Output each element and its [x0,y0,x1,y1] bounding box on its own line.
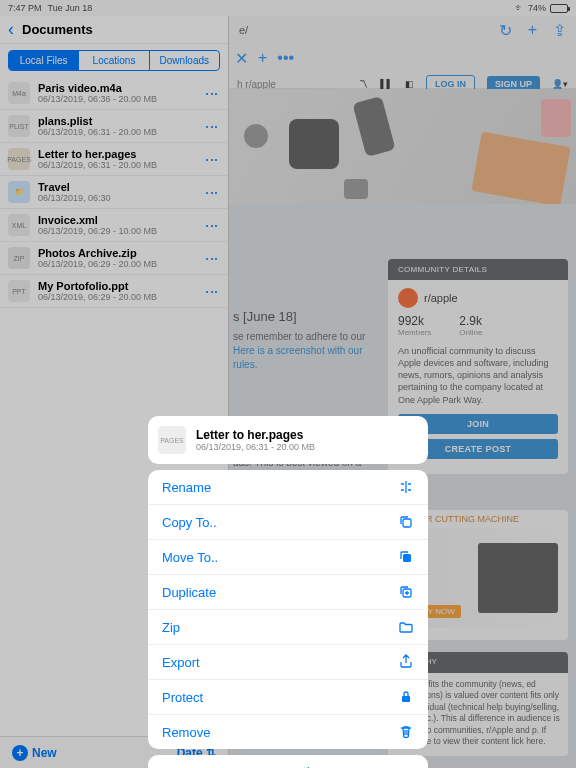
file-row[interactable]: PPTMy Portofolio.ppt06/13/2019, 06:29 - … [0,275,228,308]
file-row[interactable]: 📁Travel06/13/2019, 06:30⋮ [0,176,228,209]
action-sheet: PAGES Letter to her.pages 06/13/2019, 06… [148,416,428,768]
folder-icon [398,619,414,635]
zip-action[interactable]: Zip [148,610,428,645]
action-list: Rename Copy To.. Move To.. Duplicate Zip… [148,470,428,749]
file-icon: PAGES [158,426,186,454]
file-list: M4aParis video.m4a06/13/2019, 06:36 - 20… [0,77,228,308]
file-icon: ZIP [8,247,30,269]
lock-icon [398,689,414,705]
folder-icon: 📁 [8,181,30,203]
svg-rect-1 [403,554,411,562]
more-icon[interactable]: ⋮ [204,252,220,264]
back-icon[interactable]: ‹ [8,19,14,40]
more-icon[interactable]: ⋮ [204,87,220,99]
move-icon [398,549,414,565]
rename-action[interactable]: Rename [148,470,428,505]
more-icon[interactable]: ⋮ [204,153,220,165]
svg-rect-0 [403,519,411,527]
move-action[interactable]: Move To.. [148,540,428,575]
copy-icon [398,514,414,530]
more-icon[interactable]: ⋮ [204,120,220,132]
panel-title: Documents [22,22,93,37]
svg-rect-3 [402,696,410,702]
file-row[interactable]: PAGESLetter to her.pages06/13/2019, 06:3… [0,143,228,176]
file-icon: PLIST [8,115,30,137]
rename-icon [398,479,414,495]
file-icon: PAGES [8,148,30,170]
file-icon: XML [8,214,30,236]
protect-action[interactable]: Protect [148,680,428,715]
cancel-button[interactable]: Cancel [148,755,428,768]
file-row[interactable]: ZIPPhotos Archive.zip06/13/2019, 06:29 -… [0,242,228,275]
file-row[interactable]: PLISTplans.plist06/13/2019, 06:31 - 20.0… [0,110,228,143]
file-row[interactable]: M4aParis video.m4a06/13/2019, 06:36 - 20… [0,77,228,110]
tab-downloads[interactable]: Downloads [149,51,219,70]
tab-locations[interactable]: Locations [78,51,148,70]
file-icon: PPT [8,280,30,302]
new-button[interactable]: +New [12,745,57,761]
file-row[interactable]: XMLInvoice.xml06/13/2019, 06:29 - 10.00 … [0,209,228,242]
sheet-header: PAGES Letter to her.pages 06/13/2019, 06… [148,416,428,464]
copy-action[interactable]: Copy To.. [148,505,428,540]
export-action[interactable]: Export [148,645,428,680]
export-icon [398,654,414,670]
more-icon[interactable]: ⋮ [204,186,220,198]
duplicate-action[interactable]: Duplicate [148,575,428,610]
file-icon: M4a [8,82,30,104]
trash-icon [398,724,414,740]
more-icon[interactable]: ⋮ [204,219,220,231]
sheet-file-name: Letter to her.pages [196,428,315,442]
tab-local-files[interactable]: Local Files [9,51,78,70]
sheet-file-meta: 06/13/2019, 06:31 - 20.00 MB [196,442,315,452]
more-icon[interactable]: ⋮ [204,285,220,297]
remove-action[interactable]: Remove [148,715,428,749]
duplicate-icon [398,584,414,600]
segmented-control[interactable]: Local Files Locations Downloads [8,50,220,71]
